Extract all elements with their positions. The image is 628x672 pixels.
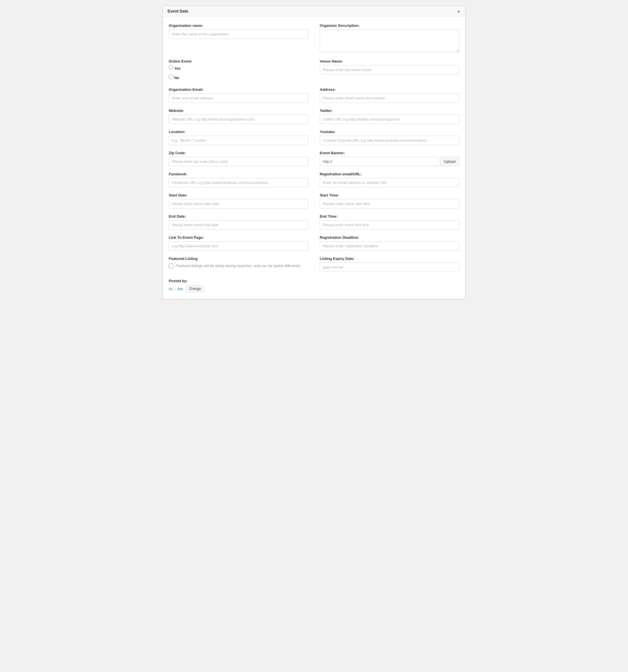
org-email-group: Organization Email: xyxy=(169,88,308,103)
panel-body: Organization name: Organizer Description… xyxy=(163,17,465,299)
event-data-panel: Event Data ▲ Organization name: Organize… xyxy=(163,6,465,299)
reg-email-input[interactable] xyxy=(320,178,459,187)
end-time-label: End Time: xyxy=(320,214,459,218)
start-time-group: Start Time: xyxy=(320,193,459,209)
listing-expiry-group: Listing Expiry Date: xyxy=(320,257,459,272)
youtube-input[interactable] xyxy=(320,136,459,145)
posted-by-link[interactable]: #1 – Joe xyxy=(169,287,183,291)
posted-by-label: Posted by: xyxy=(169,279,308,283)
website-label: Website: xyxy=(169,109,308,113)
location-input[interactable] xyxy=(169,136,308,145)
event-banner-group: Event Banner: Upload xyxy=(320,151,459,166)
online-event-group: Online Event Yes No xyxy=(169,59,308,82)
panel-header: Event Data ▲ xyxy=(163,6,465,17)
zip-label: Zip Code: xyxy=(169,151,308,155)
listing-expiry-input[interactable] xyxy=(320,262,459,272)
featured-listing-group: Featured Listing Featured listings will … xyxy=(169,257,308,272)
featured-listing-label: Featured Listing xyxy=(169,257,308,261)
reg-deadline-group: Registration Deadline: xyxy=(320,235,459,251)
youtube-label: Youtube: xyxy=(320,130,459,134)
org-email-input[interactable] xyxy=(169,93,308,103)
org-desc-label: Organizer Description: xyxy=(320,23,459,28)
featured-checkbox-row: Featured listings will be sticky during … xyxy=(169,263,308,269)
link-event-input[interactable] xyxy=(169,241,308,251)
radio-no-option[interactable]: No xyxy=(169,75,308,80)
panel-title: Event Data xyxy=(168,9,188,14)
venue-name-input[interactable] xyxy=(320,65,459,75)
featured-desc: Featured listings will be sticky during … xyxy=(176,263,301,269)
address-input[interactable] xyxy=(320,93,459,103)
change-button[interactable]: Change xyxy=(186,285,204,292)
twitter-group: Twitter: xyxy=(320,109,459,124)
reg-email-label: Registration email/URL: xyxy=(320,172,459,176)
start-time-input[interactable] xyxy=(320,199,459,209)
featured-checkbox[interactable] xyxy=(169,264,173,268)
online-event-radio-group: Yes No xyxy=(169,65,308,82)
link-event-group: Link To Event Page: xyxy=(169,235,308,251)
website-input[interactable] xyxy=(169,115,308,124)
end-date-group: End Date: xyxy=(169,214,308,230)
event-banner-input[interactable] xyxy=(320,157,438,166)
reg-deadline-label: Registration Deadline: xyxy=(320,235,459,240)
start-time-label: Start Time: xyxy=(320,193,459,197)
org-desc-textarea[interactable] xyxy=(320,29,459,52)
online-event-label: Online Event xyxy=(169,59,308,64)
radio-no-label: No xyxy=(174,76,179,80)
empty-cell xyxy=(320,278,459,292)
reg-email-group: Registration email/URL: xyxy=(320,172,459,187)
twitter-label: Twitter: xyxy=(320,109,459,113)
posted-by-section: Posted by: #1 – Joe Change xyxy=(169,279,308,292)
facebook-label: Facebook: xyxy=(169,172,308,176)
start-date-group: Start Date: xyxy=(169,193,308,209)
twitter-input[interactable] xyxy=(320,115,459,124)
listing-expiry-label: Listing Expiry Date: xyxy=(320,257,459,261)
org-name-group: Organization name: xyxy=(169,23,308,53)
posted-by-row: #1 – Joe Change xyxy=(169,285,308,292)
zip-group: Zip Code: xyxy=(169,151,308,166)
facebook-group: Facebook: xyxy=(169,172,308,187)
venue-name-group: Venue Name: xyxy=(320,59,459,82)
facebook-input[interactable] xyxy=(169,178,308,187)
radio-no-input[interactable] xyxy=(169,75,173,79)
org-desc-group: Organizer Description: xyxy=(320,23,459,53)
radio-yes-option[interactable]: Yes xyxy=(169,65,308,71)
youtube-group: Youtube: xyxy=(320,130,459,145)
upload-button[interactable]: Upload xyxy=(440,157,459,166)
org-name-input[interactable] xyxy=(169,29,308,39)
radio-yes-input[interactable] xyxy=(169,65,173,70)
end-date-input[interactable] xyxy=(169,220,308,230)
start-date-input[interactable] xyxy=(169,199,308,209)
start-date-label: Start Date: xyxy=(169,193,308,197)
venue-name-label: Venue Name: xyxy=(320,59,459,64)
radio-yes-label: Yes xyxy=(174,66,180,71)
end-time-input[interactable] xyxy=(320,220,459,230)
link-event-label: Link To Event Page: xyxy=(169,235,308,240)
end-time-group: End Time: xyxy=(320,214,459,230)
location-group: Location: xyxy=(169,130,308,145)
event-banner-label: Event Banner: xyxy=(320,151,459,155)
reg-deadline-input[interactable] xyxy=(320,241,459,251)
org-email-label: Organization Email: xyxy=(169,88,308,92)
location-label: Location: xyxy=(169,130,308,134)
address-group: Address: xyxy=(320,88,459,103)
zip-input[interactable] xyxy=(169,157,308,166)
banner-input-row: Upload xyxy=(320,157,459,166)
org-name-label: Organization name: xyxy=(169,23,308,28)
website-group: Website: xyxy=(169,109,308,124)
panel-toggle-icon[interactable]: ▲ xyxy=(457,9,460,13)
address-label: Address: xyxy=(320,88,459,92)
end-date-label: End Date: xyxy=(169,214,308,218)
form-grid: Organization name: Organizer Description… xyxy=(169,23,459,292)
